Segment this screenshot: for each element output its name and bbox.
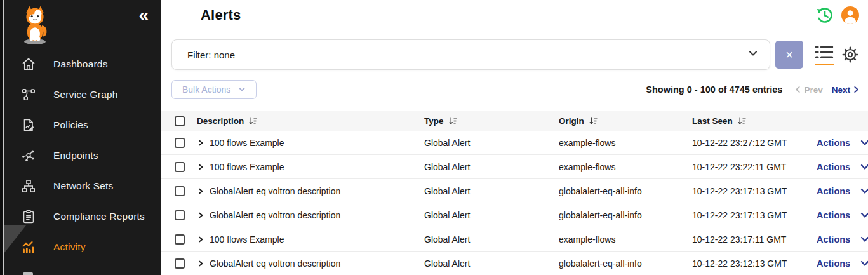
alert-last-seen: 10-12-22 23:22:11 GMT <box>692 162 817 172</box>
alert-last-seen: 10-12-22 23:17:13 GMT <box>692 210 817 220</box>
column-header-type[interactable]: Type <box>424 116 559 126</box>
sidebar: « Dashboards <box>0 0 161 275</box>
page-title: Alerts <box>201 7 241 23</box>
sidebar-item-label: Activity <box>53 241 86 253</box>
sort-down-icon <box>737 117 747 125</box>
list-view-icon[interactable] <box>815 44 834 65</box>
bulk-actions-button[interactable]: Bulk Actions <box>171 80 257 99</box>
compliance-reports-icon <box>20 208 37 225</box>
expand-row-icon[interactable] <box>197 163 210 171</box>
row-actions-button[interactable]: Actions <box>817 210 868 220</box>
alert-origin: example-flows <box>559 162 692 172</box>
toolbar: Bulk Actions Showing 0 - 100 of 4745 ent… <box>171 80 859 99</box>
sort-down-icon <box>589 117 598 125</box>
calico-cat-logo <box>19 5 51 46</box>
column-header-origin[interactable]: Origin <box>559 116 692 126</box>
table-row: GlobalAlert eq voltron description Globa… <box>161 252 868 275</box>
actions-label: Actions <box>817 210 850 220</box>
sidebar-item-compliance-reports[interactable]: Compliance Reports <box>0 201 161 232</box>
row-actions-button[interactable]: Actions <box>817 138 868 148</box>
sidebar-item-dashboards[interactable]: Dashboards <box>0 49 161 79</box>
row-actions-button[interactable]: Actions <box>817 186 868 196</box>
alert-description: 100 flows Example <box>210 162 424 172</box>
chevron-down-icon <box>238 86 246 93</box>
alert-description: GlobalAlert eq voltron description <box>210 186 424 196</box>
actions-label: Actions <box>817 186 850 196</box>
history-icon[interactable] <box>816 6 834 24</box>
alert-last-seen: 10-12-22 23:17:13 GMT <box>692 186 817 196</box>
row-actions-button[interactable]: Actions <box>817 234 868 245</box>
chevron-down-icon <box>860 140 868 146</box>
row-checkbox[interactable] <box>175 186 185 196</box>
expand-row-icon[interactable] <box>197 211 210 219</box>
sidebar-item-label: Endpoints <box>53 150 98 161</box>
next-page-link[interactable]: Next <box>832 85 859 95</box>
row-actions-button[interactable]: Actions <box>817 258 868 269</box>
hamburger-icon[interactable] <box>174 10 189 20</box>
chevron-left-icon <box>795 86 801 93</box>
select-all-checkbox[interactable] <box>175 116 185 126</box>
alert-type: Global Alert <box>424 258 559 269</box>
alert-type: Global Alert <box>424 162 559 172</box>
network-sets-icon <box>20 178 37 194</box>
chevron-down-icon <box>860 236 868 243</box>
column-header-last-seen[interactable]: Last Seen <box>692 116 817 126</box>
alert-type: Global Alert <box>424 138 559 148</box>
alert-last-seen: 10-12-22 23:17:11 GMT <box>692 234 817 245</box>
row-checkbox[interactable] <box>175 210 185 220</box>
clear-filter-button[interactable]: × <box>775 41 803 69</box>
alert-origin: globalalert-eq-all-info <box>559 258 692 269</box>
home-icon <box>20 56 37 72</box>
sidebar-item-policies[interactable]: Policies <box>0 110 161 140</box>
service-graph-icon <box>20 86 37 103</box>
row-checkbox[interactable] <box>175 138 185 148</box>
alert-type: Global Alert <box>424 186 559 196</box>
sidebar-item-service-graph[interactable]: Service Graph <box>0 79 161 110</box>
alert-type: Global Alert <box>424 210 559 220</box>
table-row: GlobalAlert eq voltron description Globa… <box>161 203 868 227</box>
row-checkbox[interactable] <box>175 234 185 245</box>
user-avatar-icon[interactable] <box>841 6 859 24</box>
row-checkbox[interactable] <box>175 258 185 269</box>
settings-gear-icon[interactable] <box>841 46 859 64</box>
row-actions-button[interactable]: Actions <box>817 162 868 172</box>
table-row: 100 flows Example Global Alert example-f… <box>161 131 868 155</box>
sidebar-item-endpoints[interactable]: Endpoints <box>0 140 161 171</box>
alerts-table: Description Type Origin Last Seen <box>161 111 868 275</box>
sort-down-icon <box>448 117 458 125</box>
alert-last-seen: 10-12-22 23:27:12 GMT <box>692 138 817 148</box>
filter-value: Filter: none <box>187 50 235 60</box>
prev-page-link[interactable]: Prev <box>795 85 822 95</box>
sidebar-item-network-sets[interactable]: Network Sets <box>0 171 161 201</box>
filter-select[interactable]: Filter: none <box>171 39 770 70</box>
alert-description: GlobalAlert eq voltron description <box>210 258 424 269</box>
sidebar-collapse-button[interactable]: « <box>138 6 149 24</box>
chevron-down-icon <box>748 48 758 61</box>
expand-row-icon[interactable] <box>197 187 210 195</box>
column-header-description[interactable]: Description <box>197 116 424 126</box>
table-row: 100 flows Example Global Alert example-f… <box>161 227 868 252</box>
alert-description: GlobalAlert eq voltron description <box>210 210 424 220</box>
chevron-down-icon <box>860 212 868 218</box>
sidebar-item-label: Network Sets <box>53 180 114 192</box>
sort-down-icon <box>248 117 258 125</box>
expand-row-icon[interactable] <box>197 236 210 243</box>
actions-label: Actions <box>817 234 850 245</box>
endpoints-icon <box>20 147 37 164</box>
row-checkbox[interactable] <box>175 162 185 172</box>
alert-origin: globalalert-eq-all-info <box>559 210 692 220</box>
alert-origin: example-flows <box>559 138 692 148</box>
app-window: « Dashboards <box>0 0 868 275</box>
sidebar-item-activity[interactable]: Activity <box>0 232 161 262</box>
expand-row-icon[interactable] <box>197 260 210 267</box>
bulk-actions-label: Bulk Actions <box>182 84 230 95</box>
expand-row-icon[interactable] <box>197 139 210 147</box>
chevron-down-icon <box>860 188 868 194</box>
alert-origin: example-flows <box>559 234 692 245</box>
chevron-down-icon <box>860 164 868 170</box>
chevron-right-icon <box>853 86 859 93</box>
actions-label: Actions <box>817 162 850 172</box>
sidebar-item-partial <box>23 272 33 275</box>
alert-last-seen: 10-12-22 23:12:13 GMT <box>692 258 817 269</box>
sidebar-item-label: Policies <box>53 119 88 131</box>
